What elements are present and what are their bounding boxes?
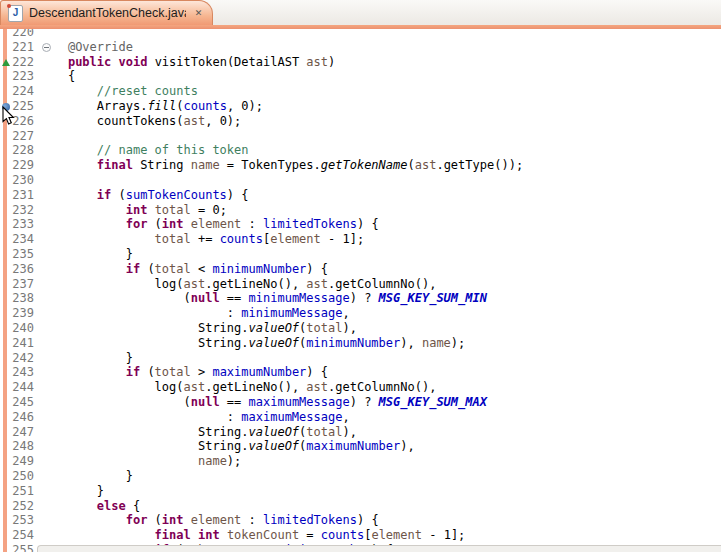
- line-number[interactable]: 247: [6, 425, 34, 440]
- code-text[interactable]: public void visitToken(DetailAST ast): [39, 55, 335, 70]
- line-number[interactable]: 237: [6, 277, 34, 292]
- code-token: }: [39, 351, 133, 365]
- code-text[interactable]: log(ast.getLineNo(), ast.getColumnNo(),: [39, 277, 436, 292]
- code-text[interactable]: {: [39, 69, 75, 84]
- line-number[interactable]: 236: [6, 262, 34, 277]
- close-icon[interactable]: ✕: [192, 7, 205, 20]
- code-token: int: [198, 528, 220, 542]
- line-number[interactable]: 228: [6, 143, 34, 158]
- line-number[interactable]: 243: [6, 365, 34, 380]
- code-text[interactable]: final int tokenCount = counts[element - …: [39, 528, 465, 543]
- line-number[interactable]: 246: [6, 410, 34, 425]
- code-text[interactable]: //reset counts: [39, 84, 198, 99]
- line-number[interactable]: 248: [6, 439, 34, 454]
- code-text[interactable]: : minimumMessage,: [39, 306, 350, 321]
- code-token: for: [126, 513, 148, 527]
- code-token: maximumNumber: [212, 365, 306, 379]
- line-number[interactable]: 233: [6, 217, 34, 232]
- line-number[interactable]: 229: [6, 158, 34, 173]
- line-number[interactable]: 249: [6, 454, 34, 469]
- code-text[interactable]: final String name = TokenTypes.getTokenN…: [39, 158, 523, 173]
- line-number[interactable]: 251: [6, 484, 34, 499]
- line-number[interactable]: 244: [6, 380, 34, 395]
- code-token: }: [39, 469, 133, 483]
- code-text[interactable]: countTokens(ast, 0);: [39, 114, 241, 129]
- tab-descendant-token-check[interactable]: J DescendantTokenCheck.java ✕: [0, 0, 213, 25]
- code-text[interactable]: }: [39, 247, 133, 262]
- code-text[interactable]: String.valueOf(total),: [39, 425, 357, 440]
- code-token: (: [407, 158, 414, 172]
- code-text[interactable]: else {: [39, 499, 140, 514]
- code-token: MSG_KEY_SUM_MAX: [379, 395, 487, 409]
- code-line: 225 Arrays.fill(counts, 0);: [0, 99, 721, 114]
- code-text[interactable]: int total = 0;: [39, 203, 227, 218]
- line-number[interactable]: 224: [6, 84, 34, 99]
- line-number[interactable]: 250: [6, 469, 34, 484]
- line-number[interactable]: 255: [6, 543, 34, 552]
- code-token: name: [191, 158, 220, 172]
- line-number[interactable]: 238: [6, 291, 34, 306]
- code-text[interactable]: String.valueOf(minimumNumber), name);: [39, 336, 465, 351]
- line-number[interactable]: 240: [6, 321, 34, 336]
- line-number[interactable]: 242: [6, 351, 34, 366]
- code-line: 253 for (int element : limitedTokens) {: [0, 513, 721, 528]
- code-line: 247 String.valueOf(total),: [0, 425, 721, 440]
- line-number[interactable]: 223: [6, 69, 34, 84]
- code-token: total: [306, 321, 342, 335]
- line-number[interactable]: 253: [6, 513, 34, 528]
- code-token: ),: [400, 439, 414, 453]
- code-line: 242 }: [0, 351, 721, 366]
- line-number[interactable]: 222: [6, 55, 34, 70]
- code-token: ast: [184, 114, 206, 128]
- code-text[interactable]: String.valueOf(maximumNumber),: [39, 439, 415, 454]
- code-text[interactable]: }: [39, 351, 133, 366]
- code-text[interactable]: (null == maximumMessage) ? MSG_KEY_SUM_M…: [39, 395, 487, 410]
- code-text[interactable]: String.valueOf(total),: [39, 321, 357, 336]
- code-token: [39, 499, 97, 513]
- line-number[interactable]: 230: [6, 173, 34, 188]
- mouse-cursor-icon: [2, 106, 15, 130]
- code-text[interactable]: Arrays.fill(counts, 0);: [39, 99, 263, 114]
- code-token: (: [176, 99, 183, 113]
- code-token: limitedTokens: [263, 513, 357, 527]
- code-line: 231 if (sumTokenCounts) {: [0, 188, 721, 203]
- code-text[interactable]: : maximumMessage,: [39, 410, 350, 425]
- code-token: getTokenName: [321, 158, 408, 172]
- code-token: log(: [39, 277, 184, 291]
- line-number[interactable]: 231: [6, 188, 34, 203]
- code-text[interactable]: }: [39, 469, 133, 484]
- code-line: 237 log(ast.getLineNo(), ast.getColumnNo…: [0, 277, 721, 292]
- code-token: String.: [39, 425, 249, 439]
- line-number[interactable]: 241: [6, 336, 34, 351]
- code-text[interactable]: if (total < minimumNumber) {: [39, 262, 328, 277]
- line-number[interactable]: 254: [6, 528, 34, 543]
- fold-collapse-icon[interactable]: [42, 43, 51, 52]
- line-number[interactable]: 245: [6, 395, 34, 410]
- code-text[interactable]: (null == minimumMessage) ? MSG_KEY_SUM_M…: [39, 291, 487, 306]
- code-text[interactable]: for (int element : limitedTokens) {: [39, 217, 379, 232]
- code-area[interactable]: 220221 @Override222 public void visitTok…: [0, 0, 721, 552]
- horizontal-scrollbar[interactable]: [37, 545, 721, 552]
- code-text[interactable]: if (total > maximumNumber) {: [39, 365, 328, 380]
- line-number[interactable]: 234: [6, 232, 34, 247]
- line-number[interactable]: 221: [6, 40, 34, 55]
- code-text[interactable]: for (int element : limitedTokens) {: [39, 513, 379, 528]
- line-number[interactable]: 235: [6, 247, 34, 262]
- line-number[interactable]: 252: [6, 499, 34, 514]
- code-text[interactable]: if (sumTokenCounts) {: [39, 188, 249, 203]
- code-line: 243 if (total > maximumNumber) {: [0, 365, 721, 380]
- code-token: void: [119, 55, 148, 69]
- code-text[interactable]: // name of this token: [39, 143, 249, 158]
- line-number[interactable]: 239: [6, 306, 34, 321]
- code-token: maximumMessage: [249, 395, 350, 409]
- code-text[interactable]: total += counts[element - 1];: [39, 232, 364, 247]
- code-text[interactable]: @Override: [39, 40, 133, 55]
- code-token: ) {: [227, 188, 249, 202]
- code-text[interactable]: log(ast.getLineNo(), ast.getColumnNo(),: [39, 380, 436, 395]
- line-number[interactable]: 227: [6, 129, 34, 144]
- line-number[interactable]: 232: [6, 203, 34, 218]
- code-text[interactable]: }: [39, 484, 104, 499]
- java-file-icon: J: [8, 5, 23, 22]
- code-token: (: [140, 262, 154, 276]
- code-text[interactable]: name);: [39, 454, 241, 469]
